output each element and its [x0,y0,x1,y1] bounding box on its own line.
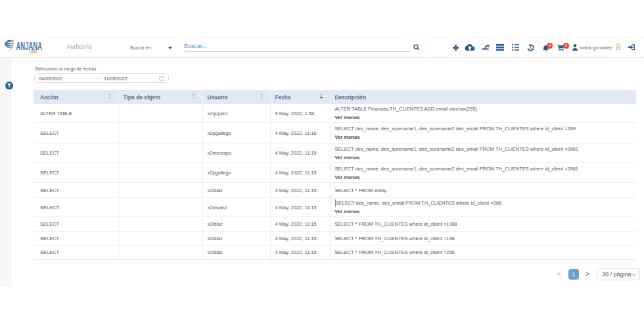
svg-text:DATA: DATA [30,49,37,54]
